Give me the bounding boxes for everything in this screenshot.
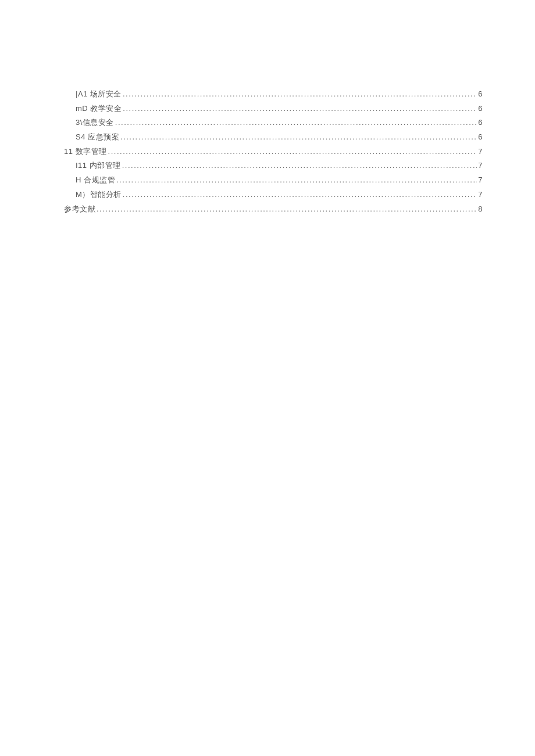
toc-dots [121,159,477,173]
toc-page: 7 [477,145,483,159]
toc-page: 6 [477,87,483,102]
toc-dots [114,116,477,130]
toc-dots [115,173,477,188]
toc-page: 7 [477,159,483,173]
toc-label: mD 教学安全 [76,102,122,116]
toc-page: 6 [477,116,483,130]
toc-label: M）智能分析 [76,188,122,202]
toc-entry: S4 应急预案 6 [64,130,483,145]
toc-entry: 参考文献 8 [64,202,483,217]
toc-entry: mD 教学安全 6 [64,102,483,116]
toc-label: 参考文献 [64,202,95,217]
toc-label: 3\信息安全 [76,116,114,130]
toc-dots [119,130,477,145]
toc-page: 8 [477,202,483,217]
toc-dots [122,102,477,116]
toc-dots [122,188,477,202]
toc-label: S4 应急预案 [76,130,119,145]
toc-entry: |Λ1 场所安全 6 [64,87,483,102]
toc-page: 6 [477,130,483,145]
table-of-contents: |Λ1 场所安全 6 mD 教学安全 6 3\信息安全 6 S4 应急预案 6 … [64,87,483,216]
toc-dots [95,202,477,217]
toc-page: 7 [477,173,483,188]
toc-entry: M）智能分析 7 [64,188,483,202]
toc-entry: 11 数字管理 7 [64,145,483,159]
toc-dots [107,145,477,159]
toc-page: 7 [477,188,483,202]
toc-label: H 合规监管 [76,173,115,188]
toc-entry: H 合规监管 7 [64,173,483,188]
toc-label: I11 内部管理 [76,159,121,173]
toc-dots [122,87,477,102]
toc-label: |Λ1 场所安全 [76,87,122,102]
toc-entry: I11 内部管理 7 [64,159,483,173]
toc-entry: 3\信息安全 6 [64,116,483,130]
toc-page: 6 [477,102,483,116]
toc-label: 11 数字管理 [64,145,107,159]
